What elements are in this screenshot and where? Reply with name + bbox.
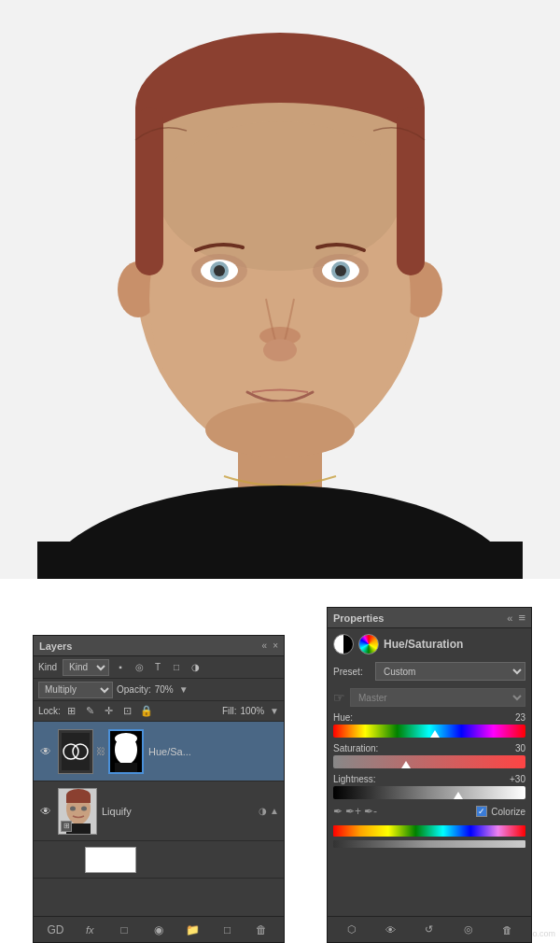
- layer-fx-icon[interactable]: fx: [80, 921, 99, 939]
- lock-label: Lock:: [38, 706, 61, 716]
- layers-close-btn[interactable]: ×: [273, 640, 278, 651]
- link-chain-icon: ⛓: [96, 744, 105, 759]
- lightness-label: Lightness:: [333, 774, 376, 784]
- blend-mode-select[interactable]: Multiply Normal: [38, 682, 113, 698]
- properties-controls: « ≡: [507, 611, 525, 625]
- layers-panel-title: Layers: [39, 640, 72, 652]
- lightness-slider-row: Lightness: +30: [333, 774, 525, 799]
- properties-titlebar: Properties « ≡: [328, 608, 531, 628]
- link-layers-icon[interactable]: GD: [46, 921, 64, 939]
- saturation-label: Saturation:: [333, 743, 378, 753]
- liquify-layer-name: Liquify: [102, 806, 254, 817]
- svg-point-20: [263, 339, 297, 361]
- lock-paint-icon[interactable]: ✎: [83, 704, 98, 719]
- photo-background: [0, 0, 560, 579]
- svg-point-18: [335, 265, 346, 276]
- huesat-icon-svg: [62, 733, 90, 770]
- layers-panel: Layers « × Kind Kind ▪ ◎ T □ ◑ Multiply …: [33, 635, 285, 943]
- hue-label: Hue:: [333, 712, 353, 723]
- visibility-eye-liquify[interactable]: 👁: [38, 804, 53, 819]
- layers-collapse-btn[interactable]: «: [262, 640, 268, 651]
- eyedropper-icon-1[interactable]: ✒: [333, 805, 343, 818]
- master-select[interactable]: Master: [350, 688, 525, 707]
- master-row: ☞ Master: [333, 688, 525, 707]
- layer-row-huesat[interactable]: 👁 ⛓ Hue/Sa...: [34, 722, 284, 781]
- props-delete-btn[interactable]: 🗑: [497, 921, 516, 939]
- white-square-thumb: [85, 847, 136, 873]
- liquify-thumb: ⊞: [58, 788, 97, 835]
- opacity-label: Opacity:: [117, 684, 151, 695]
- filter-type-icon[interactable]: T: [150, 660, 165, 675]
- properties-menu-icon[interactable]: ≡: [518, 611, 525, 625]
- preset-label: Preset:: [333, 667, 371, 677]
- lightness-thumb[interactable]: [454, 786, 463, 799]
- hue-track[interactable]: [333, 725, 525, 738]
- adjustment-icon[interactable]: ◉: [149, 921, 168, 939]
- filter-smart-icon[interactable]: ◑: [188, 660, 203, 675]
- saturation-slider-header: Saturation: 30: [333, 743, 525, 753]
- huesat-thumb-container: ⛓: [58, 729, 144, 774]
- svg-point-10: [159, 121, 401, 271]
- target-finger-icon[interactable]: ☞: [333, 690, 345, 705]
- photo-canvas: [0, 0, 560, 579]
- hue-value: 23: [515, 712, 525, 723]
- delete-layer-btn[interactable]: 🗑: [252, 921, 271, 939]
- svg-rect-26: [62, 733, 90, 770]
- filter-pixel-icon[interactable]: ▪: [113, 660, 128, 675]
- svg-rect-25: [37, 542, 523, 579]
- new-group-icon[interactable]: 📁: [184, 921, 203, 939]
- lightness-slider-header: Lightness: +30: [333, 774, 525, 784]
- props-clip-btn[interactable]: ⬡: [343, 921, 361, 939]
- lock-move-icon[interactable]: ✛: [102, 704, 117, 719]
- layer-row-liquify[interactable]: 👁 ⊞ Liquify ◑ ▲: [34, 781, 284, 841]
- empty-layer-area: [34, 841, 284, 879]
- hue-thumb[interactable]: [430, 725, 440, 738]
- properties-title: Properties: [333, 612, 384, 624]
- properties-bottom-bar: ⬡ 👁 ↺ ◎ 🗑: [328, 916, 531, 942]
- hue-slider-row: Hue: 23: [333, 712, 525, 738]
- fill-arrow-icon[interactable]: ▼: [270, 706, 279, 716]
- opacity-arrow-icon[interactable]: ▼: [179, 684, 189, 695]
- colorize-group: ✓ Colorize: [476, 806, 525, 817]
- props-visibility-btn[interactable]: 👁: [381, 921, 399, 939]
- filter-shape-icon[interactable]: □: [169, 660, 184, 675]
- new-layer-btn[interactable]: □: [218, 921, 237, 939]
- hue-slider-header: Hue: 23: [333, 712, 525, 723]
- smart-filter-icon: ◑: [259, 806, 267, 816]
- props-reset-btn[interactable]: ↺: [420, 921, 439, 939]
- grey-gradient-bar: [333, 840, 525, 848]
- add-mask-icon[interactable]: □: [115, 921, 133, 939]
- lock-transparency-icon[interactable]: ⊞: [64, 704, 79, 719]
- color-spectrum-bar: [333, 825, 525, 837]
- saturation-value: 30: [515, 743, 525, 753]
- layers-blend-bar: Multiply Normal Opacity: 70% ▼: [34, 679, 284, 701]
- svg-rect-36: [66, 795, 91, 803]
- lightness-track[interactable]: [333, 786, 525, 799]
- eyedropper-icons-group: ✒ ✒+ ✒-: [333, 805, 377, 818]
- properties-panel: Properties « ≡ Hue/Saturation Preset: Cu…: [327, 607, 532, 943]
- preset-select[interactable]: Custom: [375, 662, 525, 681]
- saturation-thumb[interactable]: [401, 755, 411, 768]
- adjustment-layer-icon: [333, 634, 354, 654]
- layer-up-icon: ▲: [270, 806, 279, 816]
- hue-sat-title: Hue/Saturation: [384, 638, 463, 651]
- fill-label: Fill:: [222, 706, 237, 716]
- colorize-checkbox[interactable]: ✓: [476, 806, 487, 817]
- kind-label: Kind: [38, 662, 57, 672]
- props-eye-btn[interactable]: ◎: [459, 921, 478, 939]
- properties-header: Hue/Saturation: [333, 634, 525, 654]
- filter-adjust-icon[interactable]: ◎: [132, 660, 147, 675]
- layers-lock-bar: Lock: ⊞ ✎ ✛ ⊡ 🔒 Fill: 100% ▼: [34, 701, 284, 722]
- lock-all-icon[interactable]: 🔒: [139, 704, 154, 719]
- eyedropper-plus-icon[interactable]: ✒+: [345, 805, 361, 818]
- saturation-track[interactable]: [333, 755, 525, 768]
- svg-rect-23: [397, 107, 425, 275]
- svg-point-39: [81, 806, 87, 810]
- lock-artboard-icon[interactable]: ⊡: [120, 704, 135, 719]
- preset-row: Preset: Custom: [333, 662, 525, 681]
- saturation-slider-row: Saturation: 30: [333, 743, 525, 768]
- visibility-eye-huesat[interactable]: 👁: [38, 744, 53, 759]
- properties-collapse-btn[interactable]: «: [507, 612, 512, 624]
- eyedropper-minus-icon[interactable]: ✒-: [364, 805, 377, 818]
- kind-select[interactable]: Kind: [63, 659, 109, 676]
